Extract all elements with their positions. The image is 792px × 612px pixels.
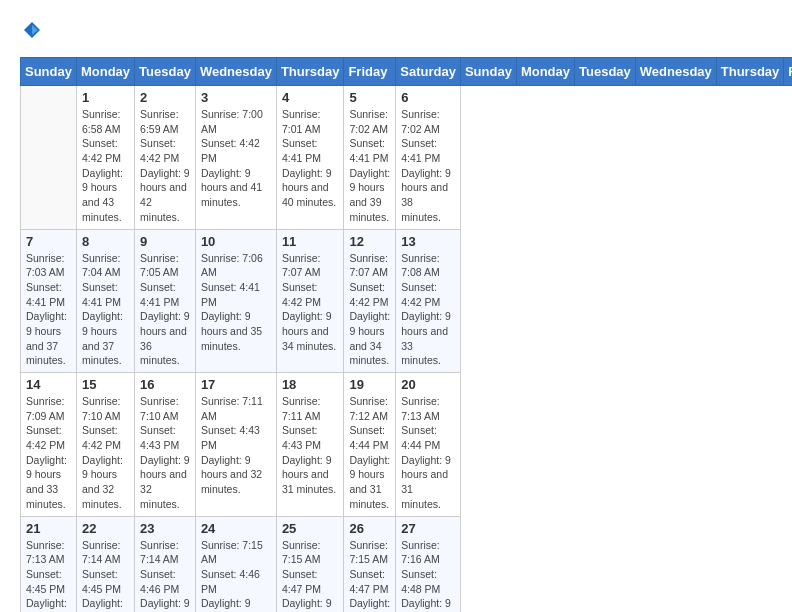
calendar-week-row: 14Sunrise: 7:09 AMSunset: 4:42 PMDayligh… [21, 373, 793, 517]
cell-sun-info: Sunrise: 7:12 AMSunset: 4:44 PMDaylight:… [349, 394, 390, 512]
day-number: 7 [26, 234, 71, 249]
cell-sun-info: Sunrise: 7:08 AMSunset: 4:42 PMDaylight:… [401, 251, 455, 369]
calendar-week-row: 21Sunrise: 7:13 AMSunset: 4:45 PMDayligh… [21, 516, 793, 612]
calendar-cell: 1Sunrise: 6:58 AMSunset: 4:42 PMDaylight… [76, 86, 134, 230]
calendar-cell [21, 86, 77, 230]
day-number: 14 [26, 377, 71, 392]
cell-sun-info: Sunrise: 7:13 AMSunset: 4:45 PMDaylight:… [26, 538, 71, 613]
weekday-header-sunday: Sunday [460, 58, 516, 86]
calendar-cell: 16Sunrise: 7:10 AMSunset: 4:43 PMDayligh… [135, 373, 196, 517]
calendar-cell: 13Sunrise: 7:08 AMSunset: 4:42 PMDayligh… [396, 229, 461, 373]
day-number: 4 [282, 90, 339, 105]
day-number: 13 [401, 234, 455, 249]
cell-sun-info: Sunrise: 7:09 AMSunset: 4:42 PMDaylight:… [26, 394, 71, 512]
day-number: 12 [349, 234, 390, 249]
calendar-cell: 7Sunrise: 7:03 AMSunset: 4:41 PMDaylight… [21, 229, 77, 373]
day-number: 27 [401, 521, 455, 536]
day-number: 8 [82, 234, 129, 249]
calendar-cell: 17Sunrise: 7:11 AMSunset: 4:43 PMDayligh… [195, 373, 276, 517]
day-number: 23 [140, 521, 190, 536]
calendar-cell: 6Sunrise: 7:02 AMSunset: 4:41 PMDaylight… [396, 86, 461, 230]
calendar-cell: 20Sunrise: 7:13 AMSunset: 4:44 PMDayligh… [396, 373, 461, 517]
day-number: 22 [82, 521, 129, 536]
calendar-cell: 18Sunrise: 7:11 AMSunset: 4:43 PMDayligh… [276, 373, 344, 517]
calendar-cell: 22Sunrise: 7:14 AMSunset: 4:45 PMDayligh… [76, 516, 134, 612]
weekday-header-thursday: Thursday [276, 58, 344, 86]
day-number: 10 [201, 234, 271, 249]
calendar-cell: 15Sunrise: 7:10 AMSunset: 4:42 PMDayligh… [76, 373, 134, 517]
logo [20, 20, 42, 47]
calendar-cell: 2Sunrise: 6:59 AMSunset: 4:42 PMDaylight… [135, 86, 196, 230]
cell-sun-info: Sunrise: 7:10 AMSunset: 4:43 PMDaylight:… [140, 394, 190, 512]
day-number: 5 [349, 90, 390, 105]
cell-sun-info: Sunrise: 6:58 AMSunset: 4:42 PMDaylight:… [82, 107, 129, 225]
calendar-cell: 21Sunrise: 7:13 AMSunset: 4:45 PMDayligh… [21, 516, 77, 612]
weekday-header-sunday: Sunday [21, 58, 77, 86]
cell-sun-info: Sunrise: 7:13 AMSunset: 4:44 PMDaylight:… [401, 394, 455, 512]
cell-sun-info: Sunrise: 7:02 AMSunset: 4:41 PMDaylight:… [401, 107, 455, 225]
day-number: 2 [140, 90, 190, 105]
day-number: 17 [201, 377, 271, 392]
cell-sun-info: Sunrise: 7:00 AMSunset: 4:42 PMDaylight:… [201, 107, 271, 210]
calendar-table: SundayMondayTuesdayWednesdayThursdayFrid… [20, 57, 792, 612]
calendar-cell: 10Sunrise: 7:06 AMSunset: 4:41 PMDayligh… [195, 229, 276, 373]
cell-sun-info: Sunrise: 7:11 AMSunset: 4:43 PMDaylight:… [201, 394, 271, 497]
cell-sun-info: Sunrise: 7:07 AMSunset: 4:42 PMDaylight:… [282, 251, 339, 354]
weekday-header-wednesday: Wednesday [635, 58, 716, 86]
calendar-cell: 27Sunrise: 7:16 AMSunset: 4:48 PMDayligh… [396, 516, 461, 612]
weekday-header-tuesday: Tuesday [575, 58, 636, 86]
weekday-header-friday: Friday [784, 58, 792, 86]
calendar-cell: 8Sunrise: 7:04 AMSunset: 4:41 PMDaylight… [76, 229, 134, 373]
cell-sun-info: Sunrise: 7:06 AMSunset: 4:41 PMDaylight:… [201, 251, 271, 354]
weekday-header-monday: Monday [516, 58, 574, 86]
weekday-header-row: SundayMondayTuesdayWednesdayThursdayFrid… [21, 58, 793, 86]
cell-sun-info: Sunrise: 7:03 AMSunset: 4:41 PMDaylight:… [26, 251, 71, 369]
cell-sun-info: Sunrise: 7:15 AMSunset: 4:46 PMDaylight:… [201, 538, 271, 613]
logo-icon [22, 20, 42, 40]
day-number: 3 [201, 90, 271, 105]
calendar-cell: 12Sunrise: 7:07 AMSunset: 4:42 PMDayligh… [344, 229, 396, 373]
cell-sun-info: Sunrise: 7:04 AMSunset: 4:41 PMDaylight:… [82, 251, 129, 369]
day-number: 6 [401, 90, 455, 105]
page-header [20, 20, 772, 47]
weekday-header-saturday: Saturday [396, 58, 461, 86]
day-number: 24 [201, 521, 271, 536]
day-number: 18 [282, 377, 339, 392]
cell-sun-info: Sunrise: 6:59 AMSunset: 4:42 PMDaylight:… [140, 107, 190, 225]
calendar-cell: 24Sunrise: 7:15 AMSunset: 4:46 PMDayligh… [195, 516, 276, 612]
day-number: 19 [349, 377, 390, 392]
weekday-header-monday: Monday [76, 58, 134, 86]
cell-sun-info: Sunrise: 7:14 AMSunset: 4:45 PMDaylight:… [82, 538, 129, 613]
cell-sun-info: Sunrise: 7:15 AMSunset: 4:47 PMDaylight:… [282, 538, 339, 613]
cell-sun-info: Sunrise: 7:14 AMSunset: 4:46 PMDaylight:… [140, 538, 190, 613]
cell-sun-info: Sunrise: 7:01 AMSunset: 4:41 PMDaylight:… [282, 107, 339, 210]
weekday-header-wednesday: Wednesday [195, 58, 276, 86]
cell-sun-info: Sunrise: 7:16 AMSunset: 4:48 PMDaylight:… [401, 538, 455, 613]
weekday-header-friday: Friday [344, 58, 396, 86]
calendar-cell: 11Sunrise: 7:07 AMSunset: 4:42 PMDayligh… [276, 229, 344, 373]
cell-sun-info: Sunrise: 7:10 AMSunset: 4:42 PMDaylight:… [82, 394, 129, 512]
day-number: 25 [282, 521, 339, 536]
cell-sun-info: Sunrise: 7:05 AMSunset: 4:41 PMDaylight:… [140, 251, 190, 369]
calendar-cell: 26Sunrise: 7:15 AMSunset: 4:47 PMDayligh… [344, 516, 396, 612]
calendar-cell: 4Sunrise: 7:01 AMSunset: 4:41 PMDaylight… [276, 86, 344, 230]
cell-sun-info: Sunrise: 7:15 AMSunset: 4:47 PMDaylight:… [349, 538, 390, 613]
calendar-cell: 3Sunrise: 7:00 AMSunset: 4:42 PMDaylight… [195, 86, 276, 230]
cell-sun-info: Sunrise: 7:11 AMSunset: 4:43 PMDaylight:… [282, 394, 339, 497]
day-number: 15 [82, 377, 129, 392]
calendar-cell: 9Sunrise: 7:05 AMSunset: 4:41 PMDaylight… [135, 229, 196, 373]
calendar-cell: 19Sunrise: 7:12 AMSunset: 4:44 PMDayligh… [344, 373, 396, 517]
day-number: 16 [140, 377, 190, 392]
day-number: 9 [140, 234, 190, 249]
cell-sun-info: Sunrise: 7:07 AMSunset: 4:42 PMDaylight:… [349, 251, 390, 369]
day-number: 26 [349, 521, 390, 536]
calendar-cell: 23Sunrise: 7:14 AMSunset: 4:46 PMDayligh… [135, 516, 196, 612]
calendar-week-row: 1Sunrise: 6:58 AMSunset: 4:42 PMDaylight… [21, 86, 793, 230]
day-number: 20 [401, 377, 455, 392]
calendar-cell: 25Sunrise: 7:15 AMSunset: 4:47 PMDayligh… [276, 516, 344, 612]
day-number: 1 [82, 90, 129, 105]
calendar-cell: 14Sunrise: 7:09 AMSunset: 4:42 PMDayligh… [21, 373, 77, 517]
day-number: 11 [282, 234, 339, 249]
calendar-cell: 5Sunrise: 7:02 AMSunset: 4:41 PMDaylight… [344, 86, 396, 230]
weekday-header-tuesday: Tuesday [135, 58, 196, 86]
